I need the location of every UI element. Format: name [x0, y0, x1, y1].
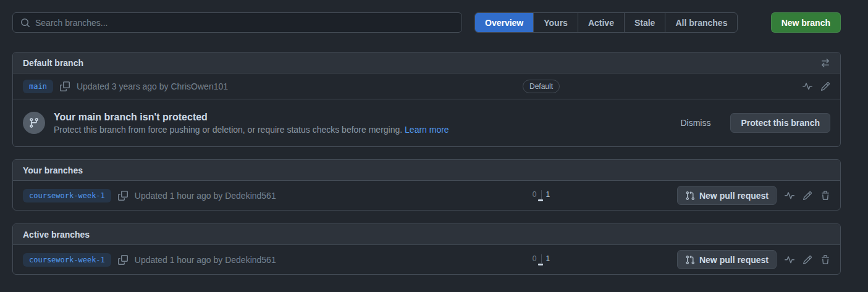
your-branches-section: Your branches coursework-week-1 Updated … [12, 159, 841, 211]
new-pull-request-button[interactable]: New pull request [677, 186, 777, 205]
notice-title: Your main branch isn't protected [54, 112, 672, 123]
tab-stale[interactable]: Stale [624, 13, 665, 32]
trash-icon[interactable] [820, 255, 830, 265]
ahead-behind-meter [529, 199, 554, 201]
active-branches-header: Active branches [13, 224, 840, 245]
pencil-icon[interactable] [803, 191, 812, 201]
copy-icon[interactable] [118, 255, 128, 265]
search-icon [20, 18, 30, 28]
your-branches-header: Your branches [13, 160, 840, 181]
protect-branch-button[interactable]: Protect this branch [730, 113, 830, 133]
table-row: coursework-week-1 Updated 1 hour ago by … [13, 181, 840, 210]
notice-description: Protect this branch from force pushing o… [54, 125, 672, 135]
branch-protection-notice: Your main branch isn't protected Protect… [13, 99, 840, 146]
row-actions: New pull request [677, 250, 830, 269]
branch-filter-tabs: Overview Yours Active Stale All branches [474, 12, 738, 33]
ahead-count: 1 [546, 190, 550, 199]
pulse-icon[interactable] [785, 255, 794, 265]
pulse-icon[interactable] [785, 191, 794, 201]
row-actions: New pull request [677, 186, 830, 205]
tab-overview[interactable]: Overview [475, 13, 533, 32]
arrow-switch-icon[interactable] [820, 58, 830, 68]
ahead-behind-divider [541, 190, 542, 199]
behind-count: 0 [533, 190, 537, 199]
pencil-icon[interactable] [803, 255, 812, 265]
new-branch-button[interactable]: New branch [771, 12, 841, 33]
notice-description-text: Protect this branch from force pushing o… [54, 125, 402, 135]
default-branch-section: Default branch main Updated 3 years ago … [12, 52, 841, 147]
git-branch-icon [23, 112, 45, 134]
branch-link-coursework-week-1[interactable]: coursework-week-1 [23, 253, 111, 267]
ahead-behind-meter [529, 264, 554, 265]
branch-link-main[interactable]: main [23, 80, 53, 93]
learn-more-link[interactable]: Learn more [405, 125, 449, 135]
active-branches-section: Active branches coursework-week-1 Update… [12, 223, 841, 275]
git-pull-request-icon [685, 255, 695, 265]
branches-page: Overview Yours Active Stale All branches… [0, 0, 868, 275]
updated-text: Updated 1 hour ago by Dedekind561 [135, 255, 276, 265]
new-pull-request-button[interactable]: New pull request [677, 250, 777, 269]
table-row: coursework-week-1 Updated 1 hour ago by … [13, 245, 840, 274]
copy-icon[interactable] [118, 191, 128, 201]
notice-text: Your main branch isn't protected Protect… [54, 112, 672, 135]
search-input-wrapper [12, 12, 462, 33]
section-title: Default branch [23, 58, 83, 68]
behind-count: 0 [533, 254, 537, 263]
tab-all-branches[interactable]: All branches [665, 13, 737, 32]
ahead-count: 1 [546, 254, 550, 263]
pulse-icon[interactable] [803, 81, 812, 91]
tab-yours[interactable]: Yours [533, 13, 578, 32]
search-input[interactable] [35, 18, 454, 28]
section-title: Active branches [23, 230, 90, 240]
new-pull-request-label: New pull request [699, 191, 769, 201]
updated-text: Updated 3 years ago by ChrisOwen101 [77, 81, 228, 91]
copy-icon[interactable] [60, 81, 70, 91]
pencil-icon[interactable] [820, 81, 830, 91]
new-pull-request-label: New pull request [699, 255, 769, 265]
tab-active[interactable]: Active [578, 13, 624, 32]
section-title: Your branches [23, 165, 83, 175]
ahead-behind-divider [541, 254, 542, 263]
status-badge: Default [523, 80, 560, 93]
row-actions [803, 81, 830, 91]
branch-link-coursework-week-1[interactable]: coursework-week-1 [23, 189, 111, 202]
table-row: main Updated 3 years ago by ChrisOwen101… [13, 73, 840, 99]
default-branch-header: Default branch [13, 52, 840, 73]
dismiss-button[interactable]: Dismiss [680, 118, 710, 128]
default-badge-wrapper: Default [523, 80, 560, 93]
updated-text: Updated 1 hour ago by Dedekind561 [135, 191, 276, 201]
git-pull-request-icon [685, 191, 695, 201]
ahead-behind-widget: 0 1 [529, 190, 554, 201]
ahead-behind-widget: 0 1 [529, 254, 554, 265]
toolbar: Overview Yours Active Stale All branches… [12, 12, 841, 33]
trash-icon[interactable] [820, 191, 830, 201]
